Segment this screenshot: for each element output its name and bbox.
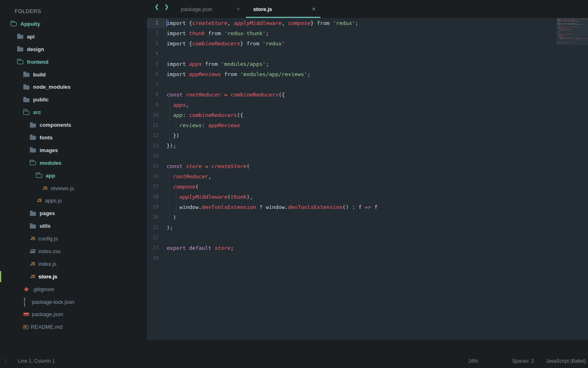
close-icon[interactable]: ✕	[231, 7, 246, 12]
tab-label: store.js	[246, 6, 306, 12]
sidebar-item-readme-md[interactable]: M↓README.md	[0, 321, 147, 333]
line-text: import {createStore, applyMiddleware, co…	[167, 18, 588, 28]
npm-file-icon	[23, 312, 29, 316]
code-line-15[interactable]: 15const store = createStore(	[147, 161, 588, 171]
line-number: 10	[147, 110, 165, 120]
code-line-2[interactable]: 2import thunk from 'redux-thunk';	[147, 28, 588, 38]
line-number: 7	[147, 79, 165, 90]
sidebar-item-label: .gitignore	[32, 286, 54, 292]
sidebar-item-config-js[interactable]: JSconfig.js	[0, 232, 147, 245]
code-line-8[interactable]: 8const rootReducer = combineReducers({	[147, 90, 588, 100]
sidebar-item-modules[interactable]: modules	[0, 157, 147, 169]
code-line-24[interactable]: 24	[147, 253, 588, 263]
sidebar-item-pages[interactable]: pages	[0, 207, 147, 220]
sidebar-item-app[interactable]: app	[0, 169, 147, 182]
folder-closed-icon	[30, 224, 36, 229]
sidebar-item-node-modules[interactable]: node_modules	[0, 81, 147, 93]
indent-guide	[176, 120, 176, 130]
line-text: const store = createStore(	[167, 161, 588, 171]
code-line-23[interactable]: 23export default store;	[147, 243, 588, 253]
sidebar-item-package-json[interactable]: package.json	[0, 308, 147, 321]
zoom-level[interactable]: 16%	[468, 358, 478, 364]
code-line-3[interactable]: 3import {combineReducers} from 'redux'	[147, 38, 588, 49]
sidebar-item-api[interactable]: api	[0, 30, 147, 43]
line-text: );	[167, 222, 588, 233]
syntax-mode[interactable]: JavaScript (Babel)	[546, 358, 586, 364]
sidebar-item--gitignore[interactable]: .gitignore	[0, 283, 147, 296]
sidebar-item-label: index.js	[38, 261, 56, 267]
line-number: 9	[147, 100, 165, 110]
code-line-21[interactable]: 21);	[147, 222, 588, 233]
folder-closed-icon	[23, 73, 29, 77]
indent-guide	[176, 192, 176, 202]
line-number: 24	[147, 253, 165, 263]
code-line-22[interactable]: 22	[147, 233, 588, 243]
line-text: rootReducer,	[167, 171, 588, 182]
folder-open-icon	[36, 174, 42, 178]
code-line-5[interactable]: 5import apps from 'modules/apps';	[147, 59, 588, 69]
sidebar-item-label: src	[33, 109, 41, 115]
indent-setting[interactable]: Spaces: 2	[512, 358, 534, 364]
code-line-12[interactable]: 12 })	[147, 130, 588, 141]
line-text: export default store;	[167, 243, 588, 253]
tab-store-js[interactable]: store.js✕	[246, 0, 321, 18]
indent-guide	[169, 100, 170, 110]
code-line-20[interactable]: 20 )	[147, 212, 588, 222]
code-line-10[interactable]: 10 app: combineReducers({	[147, 110, 588, 120]
folder-open-icon	[30, 161, 36, 165]
sidebar-item-design[interactable]: design	[0, 43, 147, 56]
code-line-16[interactable]: 16 rootReducer,	[147, 171, 588, 182]
minimap[interactable]: import {createStore, applyMiddleware, co…	[557, 18, 588, 45]
sidebar-item-package-lock-json[interactable]: { }package-lock.json	[0, 296, 147, 308]
code-line-4[interactable]: 4	[147, 49, 588, 59]
code-line-18[interactable]: 18 applyMiddleware(thunk),	[147, 192, 588, 202]
code-line-9[interactable]: 9 apps,	[147, 100, 588, 110]
sidebar-item-frontend[interactable]: frontend	[0, 56, 147, 68]
code-line-13[interactable]: 13});	[147, 141, 588, 151]
sidebar-item-label: README.md	[31, 324, 62, 330]
forward-icon[interactable]: ❯	[162, 4, 172, 18]
line-number: 17	[147, 182, 165, 192]
line-text	[167, 253, 588, 263]
sidebar-item-src[interactable]: src	[0, 106, 147, 119]
sidebar-item-public[interactable]: public	[0, 93, 147, 106]
sidebar-item-appuity[interactable]: Appuity	[0, 18, 147, 30]
kebab-menu-icon[interactable]: ⋮	[3, 357, 9, 364]
code-line-7[interactable]: 7	[147, 79, 588, 90]
line-number: 16	[147, 171, 165, 182]
line-text: import appReviews from 'modules/app/revi…	[167, 69, 588, 79]
code-line-14[interactable]: 14	[147, 151, 588, 161]
code-line-17[interactable]: 17 compose(	[147, 182, 588, 192]
sidebar-item-components[interactable]: components	[0, 119, 147, 131]
sidebar-item-images[interactable]: images	[0, 144, 147, 157]
editor[interactable]: 1import {createStore, applyMiddleware, c…	[147, 18, 588, 340]
sidebar-item-reviews-js[interactable]: JSreviews.js	[0, 182, 147, 195]
tab-label: package.json	[172, 6, 231, 12]
indent-guide	[169, 182, 170, 192]
sidebar-item-index-js[interactable]: JSindex.js	[0, 258, 147, 270]
code-area[interactable]: 1import {createStore, applyMiddleware, c…	[147, 18, 588, 263]
tab-package-json[interactable]: package.json✕	[172, 0, 246, 18]
code-line-6[interactable]: 6import appReviews from 'modules/app/rev…	[147, 69, 588, 79]
line-text: import {combineReducers} from 'redux'	[167, 38, 588, 49]
sidebar-item-label: node_modules	[33, 84, 71, 90]
code-line-1[interactable]: 1import {createStore, applyMiddleware, c…	[147, 18, 588, 28]
close-icon[interactable]: ✕	[306, 7, 321, 12]
sidebar-item-store-js[interactable]: JSstore.js	[0, 270, 147, 283]
sidebar-item-index-css[interactable]: index.css	[0, 245, 147, 258]
sidebar-item-fonts[interactable]: fonts	[0, 131, 147, 144]
sidebar-item-label: package.json	[32, 311, 63, 317]
sidebar-item-build[interactable]: build	[0, 68, 147, 81]
folder-closed-icon	[23, 85, 29, 90]
line-number: 22	[147, 233, 165, 243]
sidebar-item-apps-js[interactable]: JSapps.js	[0, 194, 147, 207]
line-number: 23	[147, 243, 165, 253]
back-icon[interactable]: ❮	[152, 4, 162, 18]
sidebar: FOLDERS Appuityapidesignfrontendbuildnod…	[0, 0, 147, 354]
line-number: 11	[147, 120, 165, 130]
code-line-11[interactable]: 11 reviews: appReviews	[147, 120, 588, 130]
sidebar-item-utils[interactable]: utils	[0, 220, 147, 232]
line-number: 1	[147, 18, 165, 28]
code-line-19[interactable]: 19 window.devToolsExtension ? window.dev…	[147, 202, 588, 212]
status-bar: ⋮ Line 1, Column 1 16% Spaces: 2 JavaScr…	[0, 354, 588, 368]
